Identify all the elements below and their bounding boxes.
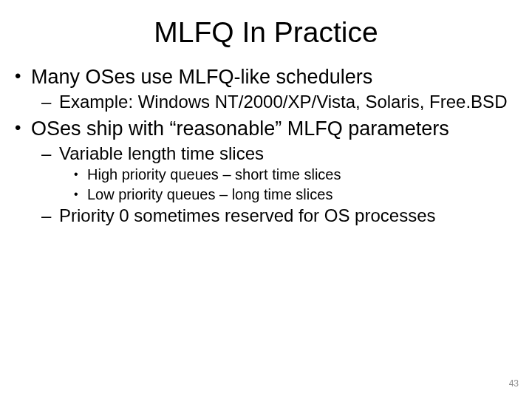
slide-title: MLFQ In Practice: [0, 0, 532, 61]
bullet-text: High priority queues – short time slices: [87, 166, 341, 183]
bullet-text: Example: Windows NT/2000/XP/Vista, Solar…: [59, 92, 507, 112]
bullet-list-level3: High priority queues – short time slices…: [59, 166, 525, 203]
bullet-list-level1: Many OSes use MLFQ-like schedulers Examp…: [13, 65, 525, 226]
bullet-item: Example: Windows NT/2000/XP/Vista, Solar…: [41, 91, 525, 112]
bullet-text: Variable length time slices: [59, 143, 264, 163]
bullet-text: Many OSes use MLFQ-like schedulers: [31, 66, 372, 88]
bullet-item: Many OSes use MLFQ-like schedulers Examp…: [13, 65, 525, 112]
bullet-item: High priority queues – short time slices: [72, 166, 525, 183]
bullet-item: OSes ship with “reasonable” MLFQ paramet…: [13, 117, 525, 226]
slide-content: Many OSes use MLFQ-like schedulers Examp…: [0, 65, 532, 226]
bullet-text: Low priority queues – long time slices: [87, 186, 332, 202]
bullet-item: Variable length time slices High priorit…: [41, 143, 525, 203]
bullet-item: Priority 0 sometimes reserved for OS pro…: [41, 205, 525, 226]
bullet-list-level2: Variable length time slices High priorit…: [31, 143, 525, 226]
bullet-text: OSes ship with “reasonable” MLFQ paramet…: [31, 117, 449, 140]
bullet-list-level2: Example: Windows NT/2000/XP/Vista, Solar…: [31, 91, 525, 112]
page-number: 43: [509, 378, 519, 389]
slide: MLFQ In Practice Many OSes use MLFQ-like…: [0, 0, 532, 399]
bullet-text: Priority 0 sometimes reserved for OS pro…: [59, 205, 436, 225]
bullet-item: Low priority queues – long time slices: [72, 185, 525, 203]
